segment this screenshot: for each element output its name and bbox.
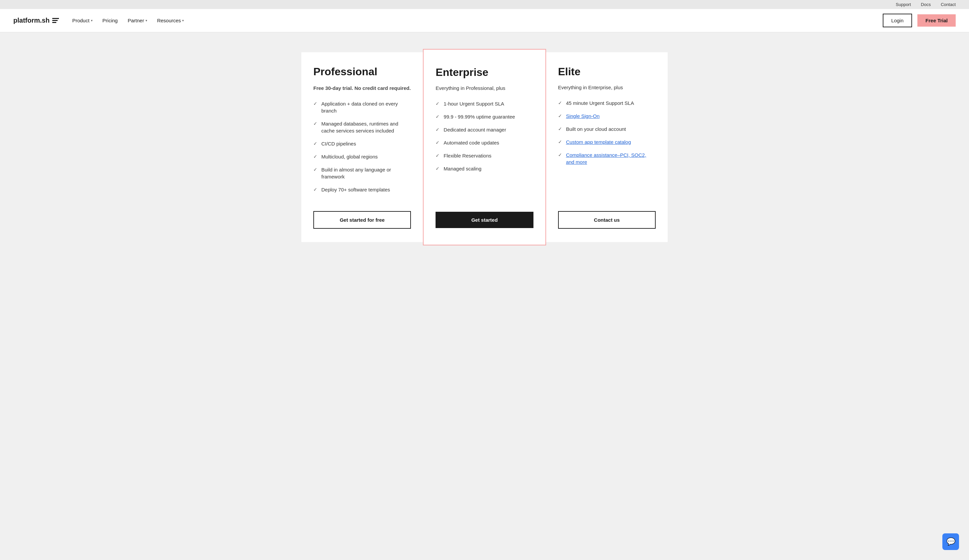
list-item: ✓ Automated code updates (436, 139, 533, 146)
check-icon: ✓ (558, 126, 562, 133)
check-icon: ✓ (313, 121, 317, 127)
elite-plan-name: Elite (558, 66, 656, 78)
list-item: ✓ Deploy 70+ software templates (313, 186, 411, 193)
professional-cta: Get started for free (313, 211, 411, 229)
list-item: ✓ 45 minute Urgent Support SLA (558, 100, 656, 106)
check-icon: ✓ (313, 166, 317, 173)
check-icon: ✓ (436, 140, 440, 146)
professional-card: Professional Free 30-day trial. No credi… (301, 52, 423, 242)
enterprise-cta: Get started (436, 212, 533, 228)
list-item: ✓ Application + data cloned on every bra… (313, 100, 411, 114)
list-item: ✓ Built on your cloud account (558, 126, 656, 133)
nav-actions: Login Free Trial (883, 14, 956, 27)
check-icon: ✓ (436, 126, 440, 133)
professional-plan-name: Professional (313, 66, 411, 78)
page-content: Professional Free 30-day trial. No credi… (0, 32, 969, 559)
list-item: ✓ Compliance assistance–PCI, SOC2, and m… (558, 151, 656, 166)
elite-features: ✓ 45 minute Urgent Support SLA ✓ Single … (558, 100, 656, 199)
main-navbar: platform.sh Product ▾ Pricing Partner ▾ … (0, 9, 969, 32)
chat-widget[interactable]: 💬 (942, 533, 959, 550)
resources-nav[interactable]: Resources ▾ (157, 18, 184, 23)
list-item: ✓ Custom app template catalog (558, 138, 656, 146)
get-started-free-button[interactable]: Get started for free (313, 211, 411, 229)
contact-us-button[interactable]: Contact us (558, 211, 656, 229)
check-icon: ✓ (558, 100, 562, 106)
check-icon: ✓ (436, 153, 440, 159)
professional-features: ✓ Application + data cloned on every bra… (313, 100, 411, 199)
login-button[interactable]: Login (883, 14, 912, 27)
partner-nav[interactable]: Partner ▾ (128, 18, 147, 23)
app-template-link[interactable]: Custom app template catalog (566, 138, 631, 146)
list-item: ✓ Managed databases, runtimes and cache … (313, 120, 411, 134)
check-icon: ✓ (558, 152, 562, 158)
enterprise-plan-subtitle: Everything in Professional, plus (436, 85, 533, 91)
elite-cta: Contact us (558, 211, 656, 229)
enterprise-get-started-button[interactable]: Get started (436, 212, 533, 228)
sso-link[interactable]: Single Sign-On (566, 113, 600, 120)
list-item: ✓ Flexible Reservations (436, 152, 533, 159)
list-item: ✓ 1-hour Urgent Support SLA (436, 100, 533, 107)
enterprise-card: Enterprise Everything in Professional, p… (423, 49, 546, 245)
list-item: ✓ CI/CD pipelines (313, 140, 411, 147)
chevron-down-icon: ▾ (145, 19, 147, 22)
list-item: ✓ Build in almost any language or framew… (313, 166, 411, 180)
elite-plan-subtitle: Everything in Enterprise, plus (558, 85, 656, 90)
check-icon: ✓ (313, 153, 317, 160)
check-icon: ✓ (558, 139, 562, 146)
professional-plan-description: Free 30-day trial. No credit card requir… (313, 85, 411, 92)
list-item: ✓ Dedicated account manager (436, 126, 533, 133)
check-icon: ✓ (436, 101, 440, 107)
nav-links: Product ▾ Pricing Partner ▾ Resources ▾ (72, 18, 883, 23)
check-icon: ✓ (313, 101, 317, 107)
contact-link[interactable]: Contact (941, 2, 956, 7)
chat-icon: 💬 (946, 537, 955, 546)
compliance-link[interactable]: Compliance assistance–PCI, SOC2, and mor… (566, 151, 656, 166)
docs-link[interactable]: Docs (921, 2, 931, 7)
chevron-down-icon: ▾ (182, 19, 184, 22)
enterprise-plan-name: Enterprise (436, 66, 533, 78)
pricing-nav[interactable]: Pricing (103, 18, 118, 23)
chevron-down-icon: ▾ (91, 19, 93, 22)
list-item: ✓ Multicloud, global regions (313, 153, 411, 160)
check-icon: ✓ (436, 113, 440, 120)
enterprise-features: ✓ 1-hour Urgent Support SLA ✓ 99.9 - 99.… (436, 100, 533, 200)
support-link[interactable]: Support (896, 2, 911, 7)
check-icon: ✓ (313, 186, 317, 193)
list-item: ✓ Single Sign-On (558, 113, 656, 120)
list-item: ✓ Managed scaling (436, 165, 533, 172)
logo[interactable]: platform.sh (13, 17, 59, 24)
list-item: ✓ 99.9 - 99.99% uptime guarantee (436, 113, 533, 120)
free-trial-button[interactable]: Free Trial (917, 14, 956, 27)
pricing-grid: Professional Free 30-day trial. No credi… (301, 52, 668, 242)
top-utility-bar: Support Docs Contact (0, 0, 969, 9)
check-icon: ✓ (313, 141, 317, 147)
logo-icon (52, 18, 59, 23)
check-icon: ✓ (436, 166, 440, 172)
check-icon: ✓ (558, 113, 562, 120)
product-nav[interactable]: Product ▾ (72, 18, 93, 23)
logo-text: platform.sh (13, 17, 50, 24)
elite-card: Elite Everything in Enterprise, plus ✓ 4… (546, 52, 668, 242)
